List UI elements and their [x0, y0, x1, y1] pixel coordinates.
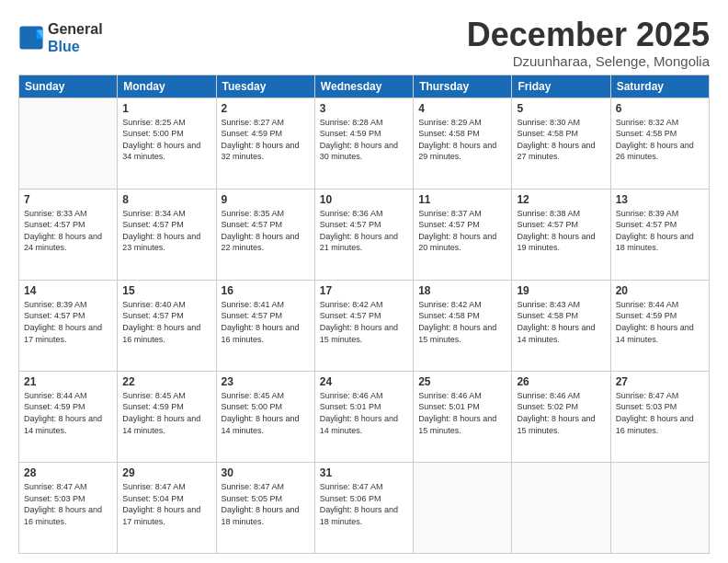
cell-info: Sunrise: 8:35 AMSunset: 4:57 PMDaylight:… — [222, 209, 300, 253]
logo-icon — [18, 25, 44, 51]
day-number: 22 — [122, 375, 210, 388]
day-number: 8 — [122, 193, 210, 206]
day-number: 9 — [222, 193, 310, 206]
cell-info: Sunrise: 8:45 AMSunset: 4:59 PMDaylight:… — [122, 391, 200, 435]
table-cell: 18 Sunrise: 8:42 AMSunset: 4:58 PMDaylig… — [414, 280, 512, 371]
cell-info: Sunrise: 8:36 AMSunset: 4:57 PMDaylight:… — [320, 209, 398, 253]
table-cell: 31 Sunrise: 8:47 AMSunset: 5:06 PMDaylig… — [314, 462, 413, 553]
day-number: 13 — [616, 193, 704, 206]
table-cell: 7 Sunrise: 8:33 AMSunset: 4:57 PMDayligh… — [19, 189, 118, 280]
table-cell — [414, 462, 512, 553]
cell-info: Sunrise: 8:34 AMSunset: 4:57 PMDaylight:… — [122, 209, 200, 253]
table-cell: 23 Sunrise: 8:45 AMSunset: 5:00 PMDaylig… — [216, 371, 314, 462]
table-cell: 3 Sunrise: 8:28 AMSunset: 4:59 PMDayligh… — [314, 98, 413, 189]
table-cell: 15 Sunrise: 8:40 AMSunset: 4:57 PMDaylig… — [118, 280, 216, 371]
day-number: 29 — [122, 466, 210, 479]
table-cell: 21 Sunrise: 8:44 AMSunset: 4:59 PMDaylig… — [19, 371, 118, 462]
cell-info: Sunrise: 8:28 AMSunset: 4:59 PMDaylight:… — [320, 118, 398, 162]
day-number: 6 — [616, 102, 704, 115]
table-cell — [19, 98, 118, 189]
table-cell: 26 Sunrise: 8:46 AMSunset: 5:02 PMDaylig… — [512, 371, 610, 462]
month-title: December 2025 — [467, 17, 710, 53]
cell-info: Sunrise: 8:47 AMSunset: 5:05 PMDaylight:… — [222, 482, 300, 526]
cell-info: Sunrise: 8:40 AMSunset: 4:57 PMDaylight:… — [122, 300, 200, 344]
table-cell: 5 Sunrise: 8:30 AMSunset: 4:58 PMDayligh… — [512, 98, 610, 189]
day-number: 1 — [122, 102, 210, 115]
day-number: 23 — [222, 375, 310, 388]
header-row: Sunday Monday Tuesday Wednesday Thursday… — [19, 75, 710, 98]
table-cell: 6 Sunrise: 8:32 AMSunset: 4:58 PMDayligh… — [610, 98, 709, 189]
col-wednesday: Wednesday — [314, 75, 413, 98]
cell-info: Sunrise: 8:38 AMSunset: 4:57 PMDaylight:… — [517, 209, 595, 253]
day-number: 28 — [24, 466, 112, 479]
cell-info: Sunrise: 8:44 AMSunset: 4:59 PMDaylight:… — [616, 300, 694, 344]
table-cell: 28 Sunrise: 8:47 AMSunset: 5:03 PMDaylig… — [19, 462, 118, 553]
calendar: Sunday Monday Tuesday Wednesday Thursday… — [18, 75, 710, 554]
day-number: 19 — [517, 284, 605, 297]
cell-info: Sunrise: 8:39 AMSunset: 4:57 PMDaylight:… — [24, 300, 102, 344]
cell-info: Sunrise: 8:44 AMSunset: 4:59 PMDaylight:… — [24, 391, 102, 435]
cell-info: Sunrise: 8:47 AMSunset: 5:06 PMDaylight:… — [320, 482, 398, 526]
table-cell: 16 Sunrise: 8:41 AMSunset: 4:57 PMDaylig… — [216, 280, 314, 371]
cell-info: Sunrise: 8:33 AMSunset: 4:57 PMDaylight:… — [24, 209, 102, 253]
table-cell: 10 Sunrise: 8:36 AMSunset: 4:57 PMDaylig… — [314, 189, 413, 280]
cell-info: Sunrise: 8:46 AMSunset: 5:02 PMDaylight:… — [517, 391, 595, 435]
table-cell: 25 Sunrise: 8:46 AMSunset: 5:01 PMDaylig… — [414, 371, 512, 462]
col-tuesday: Tuesday — [216, 75, 314, 98]
col-monday: Monday — [118, 75, 216, 98]
day-number: 18 — [418, 284, 506, 297]
table-cell: 27 Sunrise: 8:47 AMSunset: 5:03 PMDaylig… — [610, 371, 709, 462]
week-row-3: 14 Sunrise: 8:39 AMSunset: 4:57 PMDaylig… — [19, 280, 710, 371]
week-row-1: 1 Sunrise: 8:25 AMSunset: 5:00 PMDayligh… — [19, 98, 710, 189]
cell-info: Sunrise: 8:43 AMSunset: 4:58 PMDaylight:… — [517, 300, 595, 344]
day-number: 21 — [24, 375, 112, 388]
table-cell: 4 Sunrise: 8:29 AMSunset: 4:58 PMDayligh… — [414, 98, 512, 189]
table-cell: 29 Sunrise: 8:47 AMSunset: 5:04 PMDaylig… — [118, 462, 216, 553]
table-cell: 20 Sunrise: 8:44 AMSunset: 4:59 PMDaylig… — [610, 280, 709, 371]
table-cell: 13 Sunrise: 8:39 AMSunset: 4:57 PMDaylig… — [610, 189, 709, 280]
table-cell: 12 Sunrise: 8:38 AMSunset: 4:57 PMDaylig… — [512, 189, 610, 280]
table-cell: 2 Sunrise: 8:27 AMSunset: 4:59 PMDayligh… — [216, 98, 314, 189]
day-number: 16 — [222, 284, 310, 297]
calendar-body: 1 Sunrise: 8:25 AMSunset: 5:00 PMDayligh… — [19, 98, 710, 553]
day-number: 11 — [418, 193, 506, 206]
cell-info: Sunrise: 8:46 AMSunset: 5:01 PMDaylight:… — [418, 391, 496, 435]
table-cell: 8 Sunrise: 8:34 AMSunset: 4:57 PMDayligh… — [118, 189, 216, 280]
day-number: 3 — [320, 102, 408, 115]
col-sunday: Sunday — [19, 75, 118, 98]
day-number: 12 — [517, 193, 605, 206]
day-number: 2 — [222, 102, 310, 115]
cell-info: Sunrise: 8:39 AMSunset: 4:57 PMDaylight:… — [616, 209, 694, 253]
table-cell: 11 Sunrise: 8:37 AMSunset: 4:57 PMDaylig… — [414, 189, 512, 280]
table-cell: 14 Sunrise: 8:39 AMSunset: 4:57 PMDaylig… — [19, 280, 118, 371]
col-friday: Friday — [512, 75, 610, 98]
logo-text: General Blue — [48, 20, 103, 55]
day-number: 4 — [418, 102, 506, 115]
cell-info: Sunrise: 8:29 AMSunset: 4:58 PMDaylight:… — [418, 118, 496, 162]
cell-info: Sunrise: 8:25 AMSunset: 5:00 PMDaylight:… — [122, 118, 200, 162]
day-number: 30 — [222, 466, 310, 479]
table-cell: 19 Sunrise: 8:43 AMSunset: 4:58 PMDaylig… — [512, 280, 610, 371]
cell-info: Sunrise: 8:47 AMSunset: 5:03 PMDaylight:… — [24, 482, 102, 526]
col-thursday: Thursday — [414, 75, 512, 98]
cell-info: Sunrise: 8:42 AMSunset: 4:57 PMDaylight:… — [320, 300, 398, 344]
subtitle: Dzuunharaa, Selenge, Mongolia — [467, 53, 710, 69]
table-cell: 22 Sunrise: 8:45 AMSunset: 4:59 PMDaylig… — [118, 371, 216, 462]
day-number: 5 — [517, 102, 605, 115]
table-cell: 9 Sunrise: 8:35 AMSunset: 4:57 PMDayligh… — [216, 189, 314, 280]
logo: General Blue — [18, 20, 103, 55]
day-number: 26 — [517, 375, 605, 388]
cell-info: Sunrise: 8:41 AMSunset: 4:57 PMDaylight:… — [222, 300, 300, 344]
day-number: 24 — [320, 375, 408, 388]
table-cell: 30 Sunrise: 8:47 AMSunset: 5:05 PMDaylig… — [216, 462, 314, 553]
day-number: 14 — [24, 284, 112, 297]
day-number: 25 — [418, 375, 506, 388]
cell-info: Sunrise: 8:37 AMSunset: 4:57 PMDaylight:… — [418, 209, 496, 253]
page: General Blue December 2025 Dzuunharaa, S… — [0, 0, 728, 563]
cell-info: Sunrise: 8:45 AMSunset: 5:00 PMDaylight:… — [222, 391, 300, 435]
day-number: 15 — [122, 284, 210, 297]
title-section: December 2025 Dzuunharaa, Selenge, Mongo… — [467, 17, 710, 69]
header: General Blue December 2025 Dzuunharaa, S… — [18, 17, 710, 69]
week-row-4: 21 Sunrise: 8:44 AMSunset: 4:59 PMDaylig… — [19, 371, 710, 462]
cell-info: Sunrise: 8:47 AMSunset: 5:04 PMDaylight:… — [122, 482, 200, 526]
